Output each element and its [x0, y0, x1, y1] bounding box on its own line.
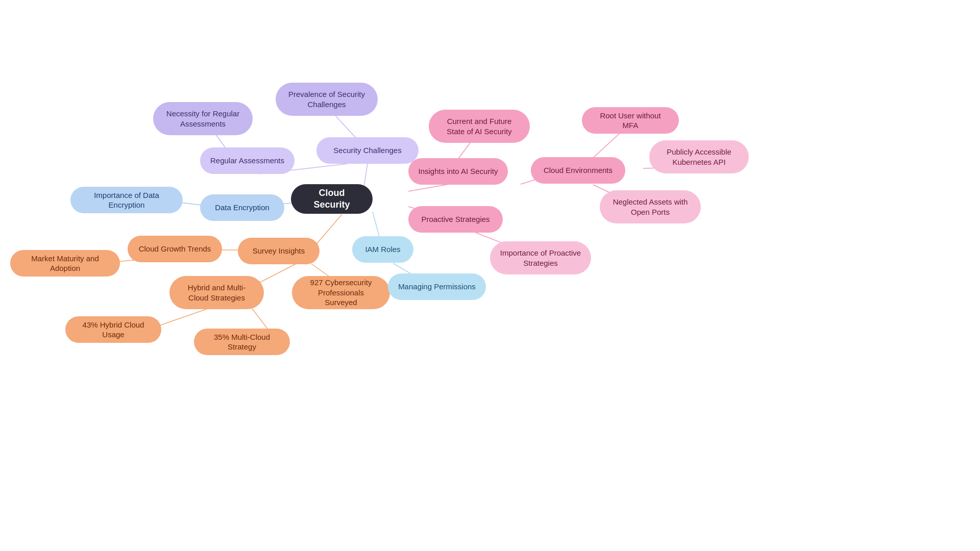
survey-insights-node[interactable]: Survey Insights	[238, 238, 320, 264]
security-challenges-label: Security Challenges	[333, 145, 401, 156]
cloud-environments-label: Cloud Environments	[544, 165, 612, 176]
prevalence-node[interactable]: Prevalence of Security Challenges	[276, 83, 378, 116]
professionals-label: 927 Cybersecurity Professionals Surveyed	[301, 278, 381, 308]
center-node[interactable]: Cloud Security	[291, 184, 373, 214]
current-future-label: Current and Future State of AI Security	[438, 116, 521, 136]
managing-permissions-label: Managing Permissions	[398, 282, 476, 292]
professionals-node[interactable]: 927 Cybersecurity Professionals Surveyed	[292, 276, 390, 309]
importance-encryption-node[interactable]: Importance of Data Encryption	[70, 187, 183, 213]
survey-insights-label: Survey Insights	[253, 246, 305, 256]
cloud-growth-node[interactable]: Cloud Growth Trends	[128, 236, 222, 262]
regular-assessments-label: Regular Assessments	[210, 156, 284, 166]
market-maturity-label: Market Maturity and Adoption	[19, 254, 111, 273]
prevalence-label: Prevalence of Security Challenges	[285, 89, 369, 109]
hybrid-multi-node[interactable]: Hybrid and Multi-Cloud Strategies	[169, 276, 264, 309]
iam-roles-node[interactable]: IAM Roles	[352, 236, 413, 263]
proactive-strategies-node[interactable]: Proactive Strategies	[408, 206, 503, 233]
hybrid-multi-label: Hybrid and Multi-Cloud Strategies	[179, 283, 255, 303]
svg-line-17	[408, 184, 449, 191]
managing-permissions-node[interactable]: Managing Permissions	[388, 273, 486, 300]
center-label: Cloud Security	[300, 187, 363, 211]
kubernetes-node[interactable]: Publicly Accessible Kubernetes API	[649, 140, 749, 173]
ai-security-node[interactable]: Insights into AI Security	[408, 158, 508, 185]
iam-roles-label: IAM Roles	[365, 244, 400, 255]
necessity-node[interactable]: Necessity for Regular Assessments	[153, 102, 253, 135]
root-user-node[interactable]: Root User without MFA	[582, 107, 679, 134]
data-encryption-label: Data Encryption	[215, 203, 270, 213]
cloud-environments-node[interactable]: Cloud Environments	[531, 157, 625, 184]
regular-assessments-node[interactable]: Regular Assessments	[200, 147, 295, 174]
importance-proactive-node[interactable]: Importance of Proactive Strategies	[490, 241, 591, 274]
multi-cloud-node[interactable]: 35% Multi-Cloud Strategy	[194, 329, 290, 355]
current-future-node[interactable]: Current and Future State of AI Security	[429, 110, 530, 143]
necessity-label: Necessity for Regular Assessments	[162, 109, 243, 129]
multi-cloud-label: 35% Multi-Cloud Strategy	[203, 332, 281, 352]
cloud-growth-label: Cloud Growth Trends	[139, 244, 211, 254]
ai-security-label: Insights into AI Security	[419, 166, 498, 177]
neglected-assets-label: Neglected Assets with Open Ports	[609, 197, 692, 217]
importance-encryption-label: Importance of Data Encryption	[80, 190, 174, 210]
importance-proactive-label: Importance of Proactive Strategies	[499, 248, 582, 268]
hybrid-usage-node[interactable]: 43% Hybrid Cloud Usage	[65, 316, 161, 343]
neglected-assets-node[interactable]: Neglected Assets with Open Ports	[600, 190, 701, 223]
market-maturity-node[interactable]: Market Maturity and Adoption	[10, 250, 120, 277]
proactive-strategies-label: Proactive Strategies	[421, 214, 489, 224]
data-encryption-node[interactable]: Data Encryption	[200, 194, 284, 221]
hybrid-usage-label: 43% Hybrid Cloud Usage	[75, 320, 152, 340]
security-challenges-node[interactable]: Security Challenges	[316, 137, 419, 164]
kubernetes-label: Publicly Accessible Kubernetes API	[658, 147, 740, 167]
root-user-label: Root User without MFA	[591, 111, 670, 131]
